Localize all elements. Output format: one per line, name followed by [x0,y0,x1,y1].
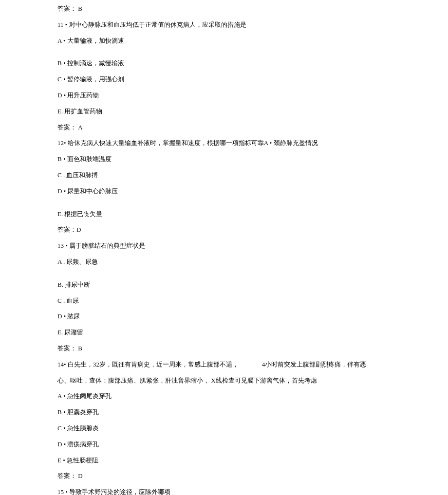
text-line: 14• 白先生，32岁，既往有胃病史，近一周来，常感上腹部不适，4小时前突发上腹… [57,360,448,370]
text-line: D • 溃疡病穿孔 [57,440,448,450]
text-line: 答案：D [57,225,448,235]
text-line: E. 根据已丧失量 [57,209,448,220]
text-line: A • 大量输液，加快滴速 [57,36,448,46]
text-line: E. 用扩血管药物 [57,107,448,117]
text-line: 12• 给休克病人快速大量输血补液时，掌握量和速度，根据哪一项指标可靠A • 颈… [57,138,448,148]
text-line: B • 胆囊炎穿孔 [57,407,448,418]
text-line: 13 • 属于膀胱结石的典型症状是 [57,241,448,251]
text-line: D • 脓尿 [57,312,448,322]
text-line: D • 尿量和中心静脉压 [57,186,448,197]
text-line: C • 急性胰腺炎 [57,423,448,434]
text-line: 答案： D [57,471,448,481]
text-line: 答案： A [57,123,448,133]
text-line: 15 • 导致手术野污染的途径，应除外哪项 [57,487,448,495]
text-line: A . 尿频、尿急 [57,257,448,267]
text-line: B • 控制滴速，减慢输液 [57,58,448,69]
text-line: C • 暂停输液，用强心剂 [57,74,448,85]
text-line: 11 • 对中心静脉压和血压均低于正常值的休克病人，应采取的措施是 [57,20,448,30]
text-line: B • 面色和肢端温度 [57,154,448,165]
text-line: 心、呕吐，查体：腹部压痛、肌紧张，肝浊音界缩小， X线检查可见膈下游离气体，首先… [57,376,448,386]
text-line: D • 用升压药物 [57,91,448,101]
text-line: E. 尿潴留 [57,328,448,338]
text-line: 答案： B [57,344,448,354]
text-line: C . 血尿 [57,296,448,306]
text-line: E • 急性肠梗阻 [57,456,448,466]
text-line: C . 血压和脉搏 [57,170,448,181]
text-line: 答案： B [57,4,448,14]
text-line: A • 急性阑尾炎穿孔 [57,391,448,402]
text-line: B. 排尿中断 [57,280,448,290]
